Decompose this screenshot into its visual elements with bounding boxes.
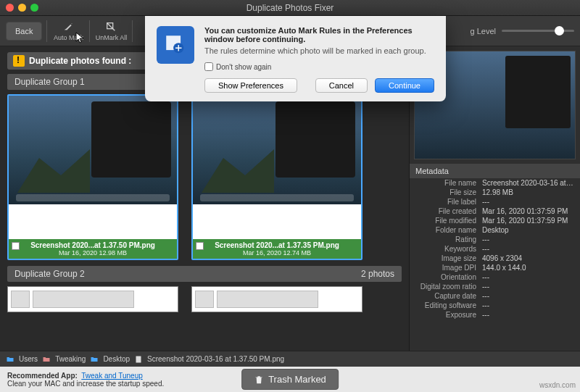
metadata-header: Metadata [410,164,580,178]
unmark-icon [105,21,117,33]
thumb-caption: Screenshot 2020...at 1.37.35 PM.png Mar … [193,239,361,259]
thumb-card[interactable] [7,286,178,312]
separator [132,20,133,42]
thumb-filename: Screenshot 2020...at 1.37.50 PM.png [12,241,174,249]
meta-row: File size12.98 MB [410,188,580,197]
matching-level-label: g Level [471,27,496,36]
dialog-buttons: Show Preferences Cancel Continue [204,78,434,93]
footer: Recommended App: Tweak and Tuneup Clean … [0,367,580,392]
app-icon [157,26,194,64]
checkbox-input[interactable] [204,62,213,71]
continue-button[interactable]: Continue [375,78,434,93]
meta-row: Orientation--- [410,272,580,282]
thumb-meta: Mar 16, 2020 12.74 MB [196,249,358,257]
trash-label: Trash Marked [268,374,326,385]
dialog-text: You can customize Auto Mark Rules in the… [204,26,434,93]
meta-row: Image DPI144.0 x 144.0 [410,263,580,272]
recommended-link[interactable]: Tweak and Tuneup [81,372,143,380]
meta-row: Rating--- [410,235,580,244]
matching-level-slider[interactable] [502,30,574,32]
group-2-title: Duplicate Group 2 [14,269,85,279]
group-2-header: Duplicate Group 2 2 photos [7,266,402,282]
group-1-title: Duplicate Group 1 [14,77,85,87]
folder-icon [90,355,99,364]
recommended-label: Recommended App: [7,372,78,380]
meta-row: Keywords--- [410,244,580,254]
thumb-card[interactable]: Screenshot 2020...at 1.37.35 PM.png Mar … [191,94,362,260]
automark-dialog: You can customize Auto Mark Rules in the… [145,16,446,101]
show-preferences-button[interactable]: Show Preferences [204,78,297,93]
metadata-table: File nameScreenshot 2020-03-16 at 1... F… [410,178,580,351]
dialog-subtext: The rules determine which photo will be … [204,46,434,55]
unmarkall-button[interactable]: UnMark All [94,21,128,41]
meta-row: Exposure--- [410,310,580,320]
meta-row: File nameScreenshot 2020-03-16 at 1... [410,178,580,188]
back-button[interactable]: Back [6,22,42,41]
thumb-image [9,96,177,204]
meta-row: File label--- [410,197,580,207]
thumb-meta: Mar 16, 2020 12.98 MB [12,249,174,257]
matching-level: g Level [471,27,574,36]
crumb[interactable]: Users [19,355,38,363]
meta-row: Capture date--- [410,291,580,301]
group-1-thumbs: Screenshot 2020...at 1.37.50 PM.png Mar … [7,94,402,260]
recommended-app: Recommended App: Tweak and Tuneup Clean … [7,372,164,388]
separator [89,20,90,42]
folder-icon [6,355,14,364]
separator [46,20,47,42]
meta-row: File modifiedMar 16, 2020 01:37:59 PM [410,216,580,225]
cancel-button[interactable]: Cancel [315,78,368,93]
thumb-card[interactable]: Screenshot 2020...at 1.37.50 PM.png Mar … [7,94,178,260]
dialog-heading: You can customize Auto Mark Rules in the… [204,26,434,43]
thumb-filename: Screenshot 2020...at 1.37.35 PM.png [196,241,358,249]
found-label: Duplicate photos found : [29,56,131,66]
breadcrumb: Users Tweaking Desktop Screenshot 2020-0… [0,351,580,367]
thumb-card[interactable] [191,286,362,312]
crumb[interactable]: Tweaking [55,355,86,363]
crumb-file: Screenshot 2020-03-16 at 1.37.50 PM.png [147,355,284,363]
unmarkall-label: UnMark All [96,34,128,41]
folder-icon [42,355,51,364]
crumb[interactable]: Desktop [103,355,130,363]
group-2-thumbs [7,286,402,312]
titlebar: Duplicate Photos Fixer [0,0,580,16]
dont-show-label: Don't show again [216,63,271,71]
trash-icon [254,375,264,385]
svg-rect-1 [136,356,141,362]
meta-row: File createdMar 16, 2020 01:37:59 PM [410,207,580,216]
thumb-image [193,96,361,204]
trash-marked-button[interactable]: Trash Marked [241,369,339,390]
file-icon [134,355,143,364]
group-2-count: 2 photos [361,269,394,279]
warning-icon [13,55,25,67]
thumb-caption: Screenshot 2020...at 1.37.50 PM.png Mar … [9,239,177,259]
recommended-sub: Clean your MAC and increase the startup … [7,380,164,388]
watermark: wsxdn.com [539,381,576,389]
meta-row: Image size4096 x 2304 [410,254,580,263]
automark-button[interactable]: Auto Mark [51,21,85,41]
dont-show-checkbox[interactable]: Don't show again [204,62,434,71]
window-title: Duplicate Photos Fixer [0,3,580,13]
meta-row: Folder nameDesktop [410,225,580,235]
meta-row: Editing software--- [410,301,580,310]
wand-icon [62,21,74,33]
meta-row: Digital zoom ratio--- [410,282,580,291]
automark-label: Auto Mark [54,34,83,41]
